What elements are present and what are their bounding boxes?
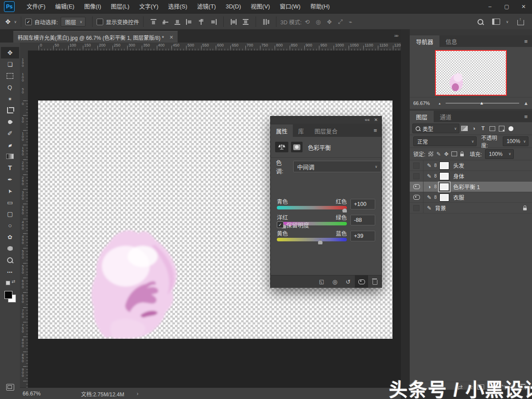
distribute-spacing-icon[interactable] (263, 19, 269, 25)
layer-name[interactable]: 色彩平衡 1 (453, 182, 480, 191)
vertical-ruler[interactable]: 1501005005010015020025030035040045050055… (20, 50, 28, 387)
zoom-out-icon[interactable]: ▲ (438, 102, 441, 105)
mask-badge-icon[interactable] (291, 142, 303, 152)
layer-row-hair[interactable]: ✎ 8 头发 (410, 160, 532, 171)
tab-navigator[interactable]: 导航器 (410, 35, 439, 47)
horizontal-ruler[interactable]: 0501001502002503003504004505005506006507… (20, 43, 401, 51)
align-top-icon[interactable] (150, 19, 157, 25)
3d-rotate-icon[interactable]: ⟲ (305, 19, 310, 25)
swap-colors-icon[interactable] (1, 277, 19, 289)
eyedropper-tool[interactable] (1, 116, 19, 128)
crop-tool[interactable] (1, 105, 19, 116)
ellipse-tool[interactable] (1, 220, 19, 231)
panel-menu-icon[interactable]: ≡ (373, 127, 377, 134)
tone-dropdown[interactable]: 中间调∨ (293, 161, 381, 172)
properties-panel[interactable]: «« ✕ 属性 库 图层复合 ≡ 色彩平衡 色调: 中间调∨ (270, 116, 382, 288)
screen-mode-button[interactable] (1, 381, 19, 393)
tab-layers[interactable]: 图层 (410, 111, 434, 122)
status-zoom-field[interactable]: 66.67% (20, 391, 54, 397)
custom-shape-tool[interactable] (1, 231, 19, 243)
mask-thumbnail[interactable] (439, 162, 449, 170)
fill-field[interactable]: 100%∨ (485, 149, 514, 159)
document-tab[interactable]: 韩国车模许允美(黑白).jpg @ 66.7% (色彩平衡 1, 图层蒙版/8)… (13, 31, 178, 43)
yellow-blue-slider-thumb[interactable] (318, 240, 323, 245)
visibility-eye-icon[interactable] (355, 275, 368, 288)
menu-edit[interactable]: 编辑(E) (50, 0, 79, 13)
pixel-layer-filter-icon[interactable] (460, 124, 469, 132)
direct-selection-tool[interactable] (1, 185, 19, 197)
visibility-toggle[interactable] (410, 203, 423, 213)
rectangle-tool[interactable] (1, 197, 19, 208)
align-bottom-icon[interactable] (174, 19, 181, 25)
tab-layer-comps[interactable]: 图层复合 (309, 124, 343, 137)
layer-name[interactable]: 背景 (435, 204, 446, 212)
layer-row-color-balance[interactable]: ◑ 8 色彩平衡 1 (410, 182, 532, 192)
eraser-tool[interactable] (1, 139, 19, 151)
share-icon[interactable] (517, 20, 524, 25)
align-vertical-center-icon[interactable] (162, 19, 169, 25)
3d-drag-icon[interactable]: ✥ (327, 19, 332, 25)
magenta-green-value-field[interactable]: -88 (350, 215, 375, 225)
cyan-red-slider-track[interactable] (277, 206, 347, 209)
marquee-tool[interactable] (1, 70, 19, 81)
opacity-field[interactable]: 100%∨ (503, 136, 528, 146)
workspace-switcher[interactable]: ∨ (492, 19, 509, 25)
clip-to-layer-icon[interactable] (315, 275, 328, 288)
color-swatches[interactable] (4, 291, 16, 303)
collapse-panel-icon[interactable]: «« (365, 118, 369, 122)
pen-tool[interactable] (1, 174, 19, 185)
3d-slide-icon[interactable]: ⤢ (338, 18, 342, 25)
quick-selection-tool[interactable] (1, 93, 19, 105)
menu-window[interactable]: 窗口(W) (275, 0, 305, 13)
visibility-toggle[interactable] (410, 192, 423, 202)
status-options-icon[interactable]: › (136, 391, 138, 397)
yellow-blue-value-field[interactable]: +39 (350, 231, 375, 241)
slider-thumb[interactable]: ▲ (479, 101, 484, 105)
yellow-blue-slider-track[interactable] (277, 238, 347, 241)
distribute-vertical-icon[interactable] (230, 19, 237, 25)
align-right-icon[interactable] (210, 19, 217, 25)
layer-name[interactable]: 衣服 (453, 193, 464, 201)
panel-header[interactable]: «« ✕ (271, 116, 381, 124)
distribute-horizontal-icon[interactable] (242, 19, 249, 25)
brush-tool[interactable] (1, 128, 19, 139)
move-icon[interactable]: ∨ (5, 18, 17, 25)
menu-select[interactable]: 选择(S) (163, 0, 192, 13)
lock-position-icon[interactable]: ✥ (444, 151, 448, 157)
artboard-tool[interactable] (1, 58, 19, 70)
collapse-dock-icon[interactable]: »» (394, 33, 398, 38)
layer-name[interactable]: 头发 (453, 161, 464, 170)
navigator-preview[interactable] (435, 50, 507, 96)
cyan-red-slider-thumb[interactable] (342, 208, 347, 213)
cyan-red-value-field[interactable]: +100 (350, 199, 375, 209)
tab-properties[interactable]: 属性 (271, 124, 293, 137)
layer-row-clothes[interactable]: ✎ 8 衣服 (410, 192, 532, 203)
lock-paint-icon[interactable]: ✎ (436, 151, 441, 157)
hand-tool[interactable] (1, 243, 19, 254)
edit-toolbar-button[interactable] (1, 266, 19, 277)
tab-channels[interactable]: 通道 (434, 111, 458, 122)
mask-thumbnail-selected[interactable] (439, 183, 449, 191)
type-layer-filter-icon[interactable] (479, 124, 487, 132)
tab-info[interactable]: 信息 (439, 35, 463, 47)
layer-name[interactable]: 身体 (453, 172, 464, 180)
menu-3d[interactable]: 3D(D) (221, 0, 246, 13)
3d-camera-icon[interactable]: ⌁ (349, 19, 352, 25)
preserve-luminosity-checkbox[interactable] (277, 221, 283, 228)
rounded-rectangle-tool[interactable] (1, 208, 19, 220)
auto-select-target-dropdown[interactable]: 图层∨ (61, 17, 85, 27)
visibility-toggle[interactable] (410, 182, 423, 192)
panel-menu-icon[interactable]: ≡ (524, 38, 528, 45)
lock-all-icon[interactable] (460, 151, 464, 156)
menu-view[interactable]: 视图(V) (246, 0, 275, 13)
move-tool[interactable] (1, 47, 19, 58)
menu-help[interactable]: 帮助(H) (305, 0, 334, 13)
menu-filter[interactable]: 滤镜(T) (192, 0, 221, 13)
show-transform-checkbox[interactable] (97, 19, 103, 25)
menu-layer[interactable]: 图层(L) (106, 0, 134, 13)
visibility-toggle[interactable] (410, 171, 423, 181)
mask-thumbnail[interactable] (439, 194, 449, 201)
lock-transparent-icon[interactable] (428, 151, 433, 156)
auto-select-checkbox[interactable] (25, 19, 32, 25)
shape-layer-filter-icon[interactable] (488, 124, 497, 132)
